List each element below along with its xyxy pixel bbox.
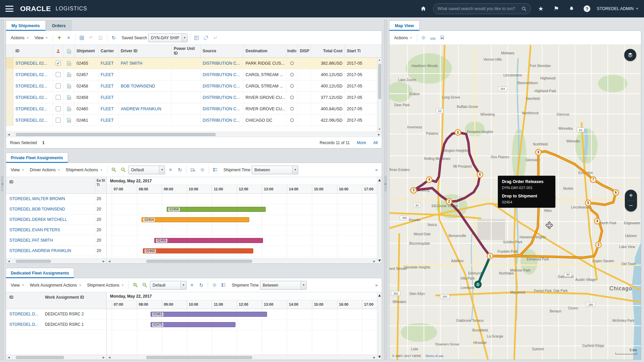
map-stop-marker-D[interactable]: D [475, 281, 481, 288]
dfa-id-header[interactable]: ID [6, 292, 43, 309]
header-driver-assign-icon[interactable] [53, 45, 64, 57]
refresh-icon[interactable]: ↻ [197, 281, 205, 289]
driver-id-link[interactable]: STOREDEL.ANDREW FRANKLIN [6, 248, 95, 253]
zoom-level-dropdown[interactable]: Default ▼ [150, 281, 186, 290]
header-total-cost[interactable]: Total Cost [311, 45, 345, 57]
row-checkbox[interactable] [56, 72, 61, 77]
header-id[interactable]: ID [13, 45, 53, 57]
pfa-grid-hscrollbar[interactable]: ◀ ▶ [6, 258, 106, 263]
shipment-id-link[interactable]: STOREDEL.02... [13, 103, 53, 114]
work-assignment-row[interactable]: STOREDEL.D...DEDICATED RSRC 1 [6, 319, 106, 330]
header-carrier[interactable]: Carrier [99, 45, 119, 57]
shipment-actions-menu[interactable]: Shipment Actions▼ [64, 166, 105, 174]
driver-id-link[interactable]: STOREDEL.DEREK MITCHELL [6, 217, 95, 222]
driver-row[interactable]: STOREDEL.ANDREW FRANKLIN20 [6, 246, 106, 256]
work-assignment-row[interactable]: STOREDEL.D...DEDICATED RSRC 2 [6, 309, 106, 319]
gantt-bar-02475[interactable]: 02475 [151, 322, 236, 327]
row-checkbox[interactable] [56, 118, 61, 123]
driver-id-link[interactable]: STOREDEL.PAT SMITH [6, 238, 95, 243]
mass-update-icon[interactable] [78, 34, 86, 42]
scroll-down-icon[interactable]: ▼ [378, 354, 382, 359]
hamburger-menu-icon[interactable] [5, 6, 13, 12]
header-destination[interactable]: Destination [244, 45, 286, 57]
vertical-scrollbar[interactable]: ▲ ▼ [377, 58, 382, 132]
delete-icon[interactable]: × [65, 34, 73, 42]
map-stop-marker-5[interactable]: 5 [455, 130, 461, 135]
scroll-down-icon[interactable]: ▼ [378, 128, 381, 131]
driver-link[interactable]: BOB TOWNSEND [119, 80, 172, 92]
scroll-right-icon[interactable]: ▶ [101, 260, 106, 263]
terms-of-use-link[interactable]: Terms of use [425, 354, 443, 358]
driver-row[interactable]: STOREDEL.DEREK MITCHELL20 [6, 215, 106, 225]
scrollbar-thumb[interactable] [146, 260, 252, 263]
shipment-id-link[interactable]: STOREDEL.02... [13, 92, 53, 103]
scroll-down-icon[interactable]: ▼ [378, 258, 382, 263]
pfa-timeline-hscrollbar[interactable]: ◀ ▶ [107, 258, 377, 263]
row-document-icon[interactable] [64, 115, 74, 126]
scroll-left-icon[interactable]: ◀ [6, 133, 11, 136]
scrollbar-thumb[interactable] [378, 64, 381, 99]
driver-row[interactable]: STOREDEL.WALTER BROWN20 [6, 194, 106, 204]
refresh-icon[interactable]: ↻ [110, 34, 118, 42]
driver-row[interactable]: STOREDEL.BOB TOWNSEND20 [6, 204, 106, 215]
dfa-vscrollbar[interactable]: ▲ ▼ [377, 292, 382, 360]
zoom-out-button[interactable]: − [625, 201, 637, 210]
shipment-row[interactable]: STOREDEL.02...02457FLEETDISTRIBUTION C..… [6, 69, 382, 80]
carrier-link[interactable]: FLEET [99, 103, 119, 114]
scroll-up-icon[interactable]: ▲ [378, 293, 382, 298]
tab-orders[interactable]: Orders [46, 20, 71, 31]
scrollbar-thumb[interactable] [378, 298, 381, 337]
help-icon[interactable]: ? [581, 3, 593, 14]
measure-distance-icon[interactable] [429, 34, 437, 42]
shipments-hscrollbar[interactable]: ◀ ▶ [6, 132, 382, 137]
carrier-link[interactable]: FLEET [99, 69, 119, 80]
shipment-time-dropdown[interactable]: Between ▼ [260, 281, 307, 290]
gear-icon[interactable] [198, 166, 206, 174]
map-actions-menu[interactable]: Actions▼ [392, 34, 415, 42]
header-driver-id[interactable]: Driver ID [119, 45, 172, 57]
pfa-vscrollbar[interactable]: ▲ ▼ [377, 177, 382, 263]
shipment-id-link[interactable]: STOREDEL.02... [13, 80, 53, 92]
flag-icon[interactable]: ⚑ [550, 3, 562, 14]
driver-row[interactable]: STOREDEL.MICHAEL MARTIN20 [6, 256, 106, 258]
map-stop-marker-1[interactable]: 1 [487, 253, 493, 259]
source-link[interactable]: DISTRIBUTION C... [201, 92, 244, 103]
scrollbar-thumb[interactable] [16, 133, 216, 136]
toolbar-overflow-icon[interactable]: » [374, 283, 379, 288]
global-search-input[interactable] [437, 6, 519, 11]
create-icon[interactable]: + [55, 34, 63, 42]
row-selector[interactable] [6, 115, 13, 126]
shipment-id-link[interactable]: STOREDEL.02... [13, 115, 53, 126]
row-selector[interactable] [6, 92, 13, 103]
gear-icon[interactable] [210, 281, 218, 289]
header-disp[interactable]: DISP [298, 45, 311, 57]
gantt-bar-02455[interactable]: 02455 [154, 238, 263, 243]
toolbar-overflow-icon[interactable]: » [374, 167, 379, 172]
shipment-row[interactable]: STOREDEL.02...02460FLEETANDREW FRANKLIND… [6, 103, 382, 115]
source-link[interactable]: DISTRIBUTION C... [201, 80, 244, 92]
zoom-in-button[interactable]: + [625, 191, 637, 200]
scrollbar-thumb[interactable] [16, 260, 51, 263]
row-selector[interactable] [6, 58, 13, 69]
shipment-row[interactable]: STOREDEL.02...02455FLEETPAT SMITHDISTRIB… [6, 58, 382, 69]
map-stop-marker-6[interactable]: 6 [613, 190, 619, 195]
shipment-id-link[interactable]: STOREDEL.02... [13, 69, 53, 80]
source-link[interactable]: DISTRIBUTION C... [201, 58, 244, 69]
shipment-id-link[interactable]: STOREDEL.02... [13, 58, 53, 69]
row-document-icon[interactable] [64, 69, 74, 80]
shipment-row[interactable]: STOREDEL.02...02459FLEETDISTRIBUTION C..… [6, 92, 382, 103]
work-assignment-id-link[interactable]: STOREDEL.D... [6, 312, 43, 316]
collapse-map-handle[interactable]: ▸ [384, 176, 387, 191]
scroll-right-icon[interactable]: ▶ [372, 260, 377, 263]
map-layers-icon[interactable] [624, 49, 636, 61]
scroll-up-icon[interactable]: ▲ [378, 58, 381, 62]
favorites-star-icon[interactable]: ★ [535, 3, 546, 14]
scrollbar-thumb[interactable] [146, 356, 252, 359]
zoom-out-icon[interactable] [141, 281, 149, 289]
zoom-in-icon[interactable] [131, 281, 139, 289]
map-stop-marker-7[interactable]: 7 [590, 177, 596, 182]
map-stop-marker-6[interactable]: 6 [477, 172, 483, 177]
view-menu[interactable]: View▼ [9, 282, 26, 289]
view-menu[interactable]: View▼ [9, 166, 26, 174]
scroll-left-icon[interactable]: ◀ [107, 356, 112, 359]
